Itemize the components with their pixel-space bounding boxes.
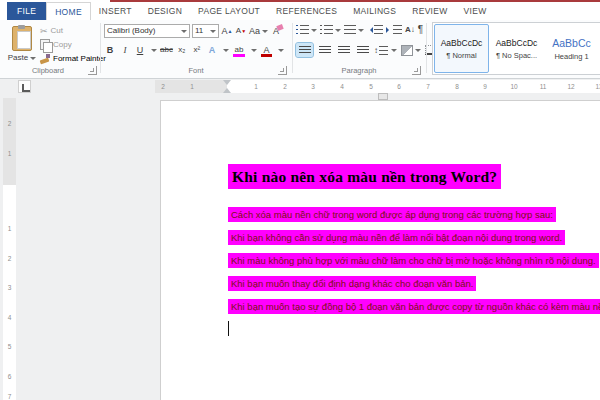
tab-page-layout[interactable]: PAGE LAYOUT bbox=[190, 2, 268, 20]
document-line: Khi bạn không cần sử dụng màu nền để làm… bbox=[228, 230, 565, 245]
font-size-combobox[interactable]: 11 bbox=[192, 24, 219, 38]
vertical-ruler[interactable]: 2 1 1 2 3 4 5 6 7 bbox=[3, 98, 16, 400]
tab-stop-selector[interactable] bbox=[18, 80, 31, 93]
ribbon-tab-bar: FILE HOME INSERT DESIGN PAGE LAYOUT REFE… bbox=[0, 2, 600, 20]
indent-left-arrow-icon bbox=[367, 27, 373, 33]
ruler-number: 6 bbox=[8, 373, 12, 380]
line-spacing-button[interactable]: ↕ bbox=[374, 46, 397, 55]
bold-button[interactable]: B bbox=[104, 42, 116, 57]
align-center-button[interactable] bbox=[317, 43, 332, 57]
align-left-button[interactable] bbox=[296, 43, 313, 57]
tab-references[interactable]: REFERENCES bbox=[268, 2, 345, 20]
copy-icon bbox=[40, 39, 50, 50]
document-page[interactable]: Khi nào nên xóa màu nền trong Word? Cách… bbox=[160, 100, 600, 400]
italic-button[interactable]: I bbox=[119, 42, 131, 57]
paste-button[interactable]: Paste bbox=[5, 22, 39, 66]
bullets-icon bbox=[296, 25, 298, 34]
show-hide-pilcrow-button[interactable]: ¶ bbox=[418, 24, 423, 35]
tab-insert[interactable]: INSERT bbox=[91, 2, 140, 20]
font-name-combobox[interactable]: Calibri (Body) bbox=[104, 24, 190, 38]
styles-gallery: AaBbCcDc ¶ Normal AaBbCcDc ¶ No Spac... … bbox=[432, 22, 600, 75]
tab-file[interactable]: FILE bbox=[7, 2, 46, 20]
align-right-button[interactable] bbox=[336, 43, 351, 57]
style-preview: AaBbCcDc bbox=[441, 38, 483, 48]
ruler-number: 12 bbox=[567, 83, 574, 90]
cut-label: Cut bbox=[51, 26, 63, 35]
justify-icon bbox=[357, 46, 369, 55]
ruler-number: 4 bbox=[340, 83, 344, 90]
tab-mailings[interactable]: MAILINGS bbox=[345, 2, 404, 20]
tab-view[interactable]: VIEW bbox=[456, 2, 495, 20]
scissors-icon: ✂ bbox=[40, 26, 48, 36]
paragraph-dialog-launcher-icon[interactable] bbox=[412, 66, 421, 75]
ruler-number: 6 bbox=[397, 83, 401, 90]
numbering-button[interactable] bbox=[320, 25, 341, 34]
align-center-icon bbox=[319, 46, 331, 55]
tab-design[interactable]: DESIGN bbox=[140, 2, 190, 20]
copy-button[interactable]: Copy bbox=[40, 38, 72, 51]
clipboard-group-label: Clipboard bbox=[0, 66, 96, 75]
highlight-color-swatch bbox=[233, 54, 245, 57]
underline-button[interactable]: U bbox=[134, 42, 146, 57]
change-case-button[interactable]: Aa bbox=[249, 23, 268, 38]
shrink-font-button[interactable]: A▼ bbox=[235, 23, 247, 38]
style-heading-1[interactable]: AaBbCc Heading 1 bbox=[544, 24, 599, 73]
chevron-down-icon bbox=[210, 30, 216, 36]
subscript-button[interactable]: x₂ bbox=[176, 42, 188, 57]
chevron-down-icon bbox=[311, 29, 317, 35]
bullets-button[interactable] bbox=[296, 25, 317, 34]
superscript-button[interactable]: x² bbox=[191, 42, 203, 57]
increase-indent-button[interactable] bbox=[386, 25, 402, 34]
strikethrough-button[interactable]: abc bbox=[160, 42, 173, 57]
ruler-number: 4 bbox=[8, 314, 12, 321]
ruler-number: 3 bbox=[8, 284, 12, 291]
list-lines-icon bbox=[324, 25, 333, 34]
numbering-icon bbox=[320, 25, 322, 34]
style-label: ¶ No Spac... bbox=[496, 51, 537, 60]
justify-button[interactable] bbox=[355, 43, 370, 57]
document-title: Khi nào nên xóa màu nền trong Word? bbox=[228, 164, 501, 189]
ruler-number: 5 bbox=[369, 83, 373, 90]
tab-home[interactable]: HOME bbox=[46, 2, 91, 20]
font-name-value: Calibri (Body) bbox=[107, 26, 155, 35]
ruler-number: 3 bbox=[311, 83, 315, 90]
align-right-icon bbox=[338, 46, 350, 55]
ribbon: Paste ✂ Cut Copy Format Painter Clipboar… bbox=[0, 20, 600, 79]
ruler-number: 2 bbox=[8, 255, 12, 262]
chevron-down-icon bbox=[223, 49, 229, 55]
style-no-spacing[interactable]: AaBbCcDc ¶ No Spac... bbox=[489, 24, 544, 73]
highlight-icon: ab bbox=[234, 45, 243, 54]
ruler-number: 2 bbox=[283, 83, 287, 90]
sort-button[interactable]: A↓ bbox=[405, 25, 415, 34]
ruler-number: 2 bbox=[8, 120, 12, 127]
text-effects-button[interactable]: A bbox=[206, 42, 218, 57]
group-divider bbox=[292, 23, 293, 73]
grow-font-button[interactable]: A▲ bbox=[221, 23, 233, 38]
format-painter-button[interactable]: Format Painter bbox=[40, 52, 106, 65]
group-divider bbox=[426, 23, 427, 73]
text-highlight-color-button[interactable]: ab bbox=[232, 42, 246, 57]
left-indent-marker[interactable] bbox=[378, 93, 388, 100]
decrease-indent-button[interactable] bbox=[367, 25, 383, 34]
ruler-number: 10 bbox=[510, 83, 517, 90]
tab-review[interactable]: REVIEW bbox=[404, 2, 455, 20]
paragraph-group-label: Paragraph bbox=[296, 66, 422, 75]
style-normal[interactable]: AaBbCcDc ¶ Normal bbox=[434, 24, 489, 73]
hanging-indent-marker[interactable] bbox=[223, 84, 231, 93]
multilevel-list-icon bbox=[344, 25, 356, 34]
shading-button[interactable] bbox=[401, 45, 421, 56]
ruler-number: 1 bbox=[8, 150, 12, 157]
horizontal-ruler[interactable]: 2 1 1 2 3 4 5 6 7 8 9 10 11 12 13 bbox=[155, 80, 600, 93]
font-dialog-launcher-icon[interactable] bbox=[278, 66, 287, 75]
paste-label: Paste bbox=[8, 53, 28, 62]
multilevel-list-button[interactable] bbox=[344, 25, 364, 34]
clear-formatting-button[interactable]: A bbox=[270, 23, 282, 38]
cut-button[interactable]: ✂ Cut bbox=[40, 24, 63, 37]
ruler-number: 8 bbox=[455, 83, 459, 90]
ruler-number: 1 bbox=[254, 83, 258, 90]
group-divider bbox=[100, 23, 101, 73]
document-line: Khi bạn muốn tạo sự đồng bộ 1 đoạn văn b… bbox=[228, 299, 600, 314]
line-spacing-icon: ↕ bbox=[374, 46, 378, 55]
clipboard-dialog-launcher-icon[interactable] bbox=[88, 66, 97, 75]
font-color-button[interactable]: A bbox=[260, 42, 273, 57]
